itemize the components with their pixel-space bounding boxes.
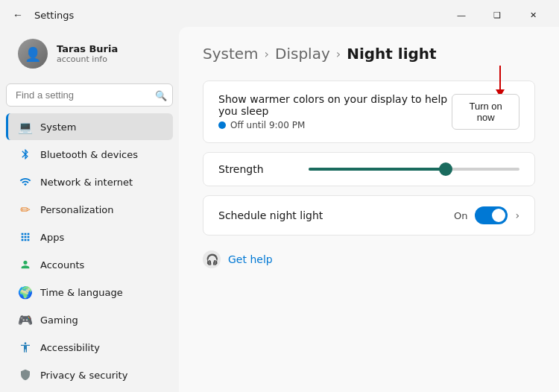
sidebar-item-network-label: Network & internet	[40, 177, 161, 188]
strength-slider-wrap	[309, 168, 519, 171]
get-help-label: Get help	[228, 253, 273, 265]
bluetooth-icon	[18, 147, 33, 162]
close-button[interactable]: ✕	[516, 4, 550, 25]
main-layout: 👤 Taras Buria account info 🔍 💻 System Bl…	[0, 27, 559, 392]
red-arrow-annotation	[496, 66, 505, 97]
strength-card: Strength	[203, 152, 535, 186]
title-bar: ← Settings — ❑ ✕	[0, 0, 559, 27]
sidebar-item-bluetooth[interactable]: Bluetooth & devices	[6, 141, 173, 168]
schedule-card[interactable]: Schedule night light On ›	[203, 195, 535, 235]
user-profile[interactable]: 👤 Taras Buria account info	[6, 30, 173, 78]
night-light-status: Off until 9:00 PM	[218, 120, 452, 130]
sidebar-item-system-label: System	[40, 121, 161, 133]
breadcrumb-sep2: ›	[336, 47, 341, 61]
sidebar-item-time[interactable]: 🌍 Time & language	[6, 279, 173, 306]
breadcrumb-display[interactable]: Display	[275, 45, 330, 63]
breadcrumb-current: Night light	[347, 45, 437, 63]
avatar: 👤	[18, 39, 48, 69]
sidebar-nav: 💻 System Bluetooth & devices Network & i…	[0, 113, 179, 392]
schedule-on-label: On	[454, 210, 467, 221]
sidebar-item-gaming[interactable]: 🎮 Gaming	[6, 306, 173, 333]
privacy-icon	[18, 367, 33, 382]
gaming-icon: 🎮	[18, 312, 33, 327]
strength-thumb[interactable]	[439, 162, 452, 176]
window-controls: — ❑ ✕	[444, 4, 550, 25]
sidebar-item-personalization-label: Personalization	[40, 204, 161, 215]
breadcrumb: System › Display › Night light	[203, 45, 535, 63]
breadcrumb-sep1: ›	[265, 47, 269, 61]
toggle-thumb	[492, 209, 505, 222]
night-light-card: Show warmer colors on your display to he…	[203, 80, 535, 143]
schedule-label: Schedule night light	[218, 209, 323, 221]
back-button[interactable]: ←	[9, 6, 27, 24]
sidebar-item-apps[interactable]: Apps	[6, 224, 173, 250]
sidebar-item-system[interactable]: 💻 System	[6, 113, 173, 140]
sidebar-item-bluetooth-label: Bluetooth & devices	[40, 149, 161, 160]
content-area: System › Display › Night light Show warm…	[179, 27, 559, 392]
sidebar-item-network[interactable]: Network & internet	[6, 168, 173, 195]
sidebar-item-accounts-label: Accounts	[40, 259, 161, 271]
help-icon: 🎧	[203, 250, 221, 268]
chevron-down-icon: ›	[515, 209, 519, 221]
breadcrumb-system[interactable]: System	[203, 45, 259, 63]
strength-label: Strength	[218, 163, 264, 175]
sidebar-item-accessibility-label: Accessibility	[40, 342, 161, 353]
sidebar-item-gaming-label: Gaming	[40, 314, 161, 326]
search-input[interactable]	[6, 83, 173, 107]
system-icon: 💻	[18, 119, 33, 134]
status-text: Off until 9:00 PM	[230, 120, 305, 130]
sidebar-item-apps-label: Apps	[40, 232, 161, 243]
time-icon: 🌍	[18, 285, 33, 300]
sidebar-item-privacy[interactable]: Privacy & security	[6, 361, 173, 388]
accessibility-icon	[18, 340, 33, 355]
sidebar-item-update[interactable]: Windows Update	[6, 389, 173, 392]
apps-icon	[18, 230, 33, 244]
sidebar: 👤 Taras Buria account info 🔍 💻 System Bl…	[0, 27, 179, 392]
search-container: 🔍	[6, 83, 173, 107]
sidebar-item-privacy-label: Privacy & security	[40, 370, 161, 381]
maximize-button[interactable]: ❑	[480, 4, 514, 25]
accounts-icon	[18, 257, 33, 272]
turn-on-button[interactable]: Turn on now	[452, 94, 519, 130]
sidebar-item-accounts[interactable]: Accounts	[6, 251, 173, 278]
arrow-container: Turn on now	[452, 94, 519, 130]
network-icon	[18, 174, 33, 189]
minimize-button[interactable]: —	[444, 4, 479, 25]
schedule-toggle[interactable]	[475, 206, 508, 224]
sidebar-item-time-label: Time & language	[40, 287, 161, 298]
app-title: Settings	[34, 10, 74, 21]
status-indicator	[218, 121, 226, 129]
strength-track	[309, 168, 519, 171]
sidebar-item-accessibility[interactable]: Accessibility	[6, 334, 173, 361]
strength-fill	[309, 168, 446, 171]
night-light-desc: Show warmer colors on your display to he…	[218, 93, 452, 117]
personalization-icon: ✏️	[18, 202, 33, 217]
get-help-row[interactable]: 🎧 Get help	[203, 244, 535, 274]
schedule-right: On ›	[454, 206, 519, 224]
user-name: Taras Buria	[57, 43, 118, 54]
user-email: account info	[57, 54, 118, 64]
sidebar-item-personalization[interactable]: ✏️ Personalization	[6, 196, 173, 223]
turn-on-row: Show warmer colors on your display to he…	[218, 93, 519, 130]
